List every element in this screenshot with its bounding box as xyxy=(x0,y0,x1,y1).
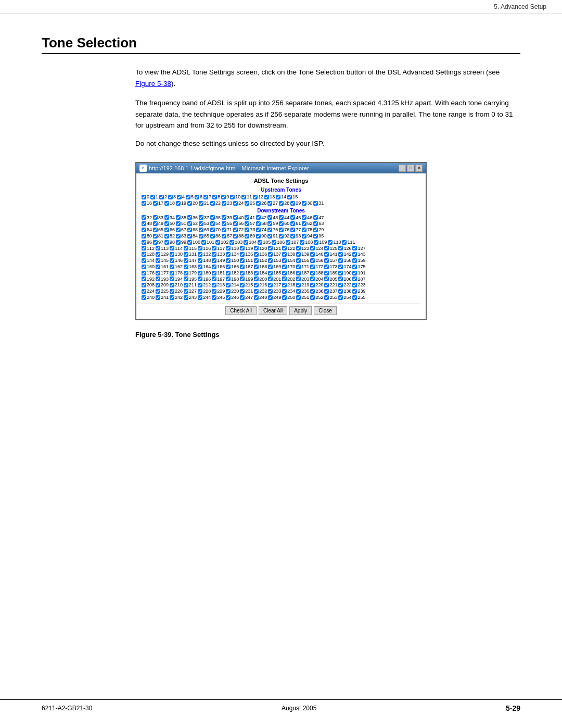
tone-checkbox-245[interactable] xyxy=(212,295,216,300)
tone-checkbox-140[interactable] xyxy=(310,252,315,257)
tone-checkbox-185[interactable] xyxy=(268,271,273,275)
tone-checkbox-253[interactable] xyxy=(324,295,329,300)
tone-checkbox-23[interactable] xyxy=(222,201,226,206)
tone-checkbox-37[interactable] xyxy=(199,215,203,220)
tone-checkbox-217[interactable] xyxy=(268,283,273,287)
tone-checkbox-137[interactable] xyxy=(268,252,273,257)
tone-checkbox-128[interactable] xyxy=(142,252,146,257)
tone-checkbox-200[interactable] xyxy=(254,277,259,281)
tone-checkbox-7[interactable] xyxy=(203,195,208,199)
tone-checkbox-11[interactable] xyxy=(241,195,246,199)
browser-close-btn[interactable]: ✕ xyxy=(415,165,423,172)
tone-checkbox-138[interactable] xyxy=(282,252,287,257)
tone-checkbox-77[interactable] xyxy=(290,228,295,232)
close-button[interactable]: Close xyxy=(314,306,337,315)
tone-checkbox-30[interactable] xyxy=(302,201,306,206)
tone-checkbox-164[interactable] xyxy=(198,265,202,269)
tone-checkbox-4[interactable] xyxy=(177,195,182,199)
tone-checkbox-88[interactable] xyxy=(233,234,238,239)
tone-checkbox-167[interactable] xyxy=(240,265,245,269)
tone-checkbox-197[interactable] xyxy=(212,277,216,281)
tone-checkbox-36[interactable] xyxy=(187,215,192,220)
tone-checkbox-40[interactable] xyxy=(233,215,238,220)
tone-checkbox-91[interactable] xyxy=(267,234,272,239)
browser-controls[interactable]: _ □ ✕ xyxy=(399,165,423,172)
tone-checkbox-158[interactable] xyxy=(338,258,343,263)
tone-checkbox-155[interactable] xyxy=(296,258,301,263)
tone-checkbox-126[interactable] xyxy=(338,246,343,250)
tone-checkbox-61[interactable] xyxy=(290,221,295,226)
tone-checkbox-0[interactable] xyxy=(142,195,146,199)
tone-checkbox-150[interactable] xyxy=(226,258,231,263)
tone-checkbox-147[interactable] xyxy=(184,258,188,263)
tone-checkbox-101[interactable] xyxy=(201,240,206,245)
tone-checkbox-78[interactable] xyxy=(302,228,306,232)
tone-checkbox-117[interactable] xyxy=(212,246,216,250)
tone-checkbox-177[interactable] xyxy=(156,271,160,275)
tone-checkbox-139[interactable] xyxy=(296,252,301,257)
tone-checkbox-87[interactable] xyxy=(222,234,226,239)
tone-checkbox-165[interactable] xyxy=(212,265,216,269)
tone-checkbox-129[interactable] xyxy=(156,252,160,257)
tone-checkbox-10[interactable] xyxy=(230,195,235,199)
tone-checkbox-187[interactable] xyxy=(296,271,301,275)
tone-checkbox-212[interactable] xyxy=(198,283,202,287)
tone-checkbox-114[interactable] xyxy=(170,246,174,250)
tone-checkbox-224[interactable] xyxy=(142,289,146,294)
tone-checkbox-145[interactable] xyxy=(156,258,160,263)
tone-checkbox-244[interactable] xyxy=(198,295,202,300)
tone-checkbox-143[interactable] xyxy=(352,252,357,257)
tone-checkbox-133[interactable] xyxy=(212,252,216,257)
tone-checkbox-57[interactable] xyxy=(245,221,249,226)
tone-checkbox-85[interactable] xyxy=(199,234,203,239)
tone-checkbox-2[interactable] xyxy=(159,195,164,199)
tone-checkbox-120[interactable] xyxy=(254,246,259,250)
tone-checkbox-82[interactable] xyxy=(164,234,169,239)
tone-checkbox-99[interactable] xyxy=(176,240,181,245)
tone-checkbox-213[interactable] xyxy=(212,283,216,287)
tone-checkbox-238[interactable] xyxy=(338,289,343,294)
tone-checkbox-108[interactable] xyxy=(300,240,304,245)
tone-checkbox-136[interactable] xyxy=(254,252,259,257)
tone-checkbox-102[interactable] xyxy=(215,240,220,245)
tone-checkbox-192[interactable] xyxy=(142,277,146,281)
tone-checkbox-232[interactable] xyxy=(254,289,259,294)
tone-checkbox-207[interactable] xyxy=(352,277,357,281)
tone-checkbox-94[interactable] xyxy=(302,234,306,239)
tone-checkbox-240[interactable] xyxy=(142,295,146,300)
tone-checkbox-170[interactable] xyxy=(282,265,287,269)
tone-checkbox-1[interactable] xyxy=(150,195,155,199)
tone-checkbox-251[interactable] xyxy=(296,295,301,300)
tone-checkbox-188[interactable] xyxy=(310,271,315,275)
tone-checkbox-73[interactable] xyxy=(245,228,249,232)
tone-checkbox-230[interactable] xyxy=(226,289,231,294)
tone-checkbox-89[interactable] xyxy=(245,234,249,239)
tone-checkbox-21[interactable] xyxy=(199,201,203,206)
tone-checkbox-225[interactable] xyxy=(156,289,160,294)
tone-checkbox-223[interactable] xyxy=(352,283,357,287)
tone-checkbox-149[interactable] xyxy=(212,258,216,263)
tone-checkbox-52[interactable] xyxy=(187,221,192,226)
tone-checkbox-44[interactable] xyxy=(279,215,284,220)
tone-checkbox-157[interactable] xyxy=(324,258,329,263)
tone-checkbox-20[interactable] xyxy=(187,201,192,206)
tone-checkbox-45[interactable] xyxy=(290,215,295,220)
tone-checkbox-226[interactable] xyxy=(170,289,174,294)
tone-checkbox-48[interactable] xyxy=(142,221,146,226)
tone-checkbox-161[interactable] xyxy=(156,265,160,269)
tone-checkbox-205[interactable] xyxy=(324,277,329,281)
tone-checkbox-41[interactable] xyxy=(245,215,249,220)
tone-checkbox-64[interactable] xyxy=(142,228,146,232)
tone-checkbox-220[interactable] xyxy=(310,283,315,287)
tone-checkbox-72[interactable] xyxy=(233,228,238,232)
tone-checkbox-190[interactable] xyxy=(338,271,343,275)
browser-restore-btn[interactable]: □ xyxy=(407,165,414,172)
tone-checkbox-79[interactable] xyxy=(313,228,318,232)
tone-checkbox-97[interactable] xyxy=(153,240,158,245)
tone-checkbox-172[interactable] xyxy=(310,265,315,269)
tone-checkbox-189[interactable] xyxy=(324,271,329,275)
tone-checkbox-198[interactable] xyxy=(226,277,231,281)
tone-checkbox-248[interactable] xyxy=(254,295,259,300)
tone-checkbox-227[interactable] xyxy=(184,289,188,294)
tone-checkbox-80[interactable] xyxy=(142,234,146,239)
